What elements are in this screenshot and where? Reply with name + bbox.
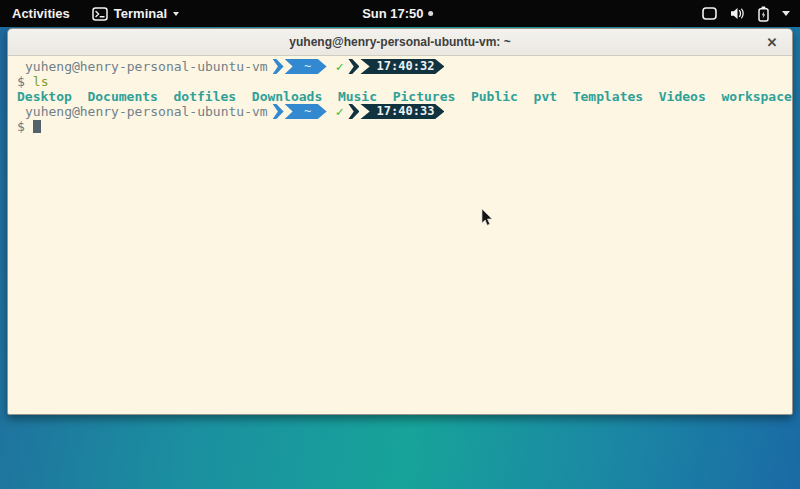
clock-label: Sun 17:50 bbox=[362, 6, 423, 21]
terminal-content[interactable]: yuheng@henry-personal-ubuntu-vm ~ ✓ 17:4… bbox=[8, 56, 792, 415]
close-icon: ✕ bbox=[767, 35, 778, 50]
app-menu-terminal[interactable]: Terminal bbox=[82, 0, 189, 27]
prompt-time-segment: 17:40:33 bbox=[360, 104, 444, 119]
system-menu-chevron-icon bbox=[782, 11, 790, 16]
close-button[interactable]: ✕ bbox=[762, 29, 782, 56]
powerline-chevron-icon bbox=[273, 104, 284, 119]
prompt-dir-segment: ~ bbox=[285, 104, 327, 119]
screen-icon bbox=[702, 7, 717, 20]
terminal-cursor bbox=[33, 120, 41, 133]
volume-icon bbox=[730, 7, 745, 20]
clock-button[interactable]: Sun 17:50 bbox=[362, 0, 433, 27]
prompt-dir-segment: ~ bbox=[285, 59, 327, 74]
chevron-down-icon bbox=[173, 12, 179, 16]
app-menu-label: Terminal bbox=[114, 6, 167, 21]
prompt-time-segment: 17:40:32 bbox=[360, 59, 444, 74]
window-titlebar[interactable]: yuheng@henry-personal-ubuntu-vm: ~ ✕ bbox=[8, 29, 792, 56]
powerline-segments: ~ ✓ 17:40:33 bbox=[273, 104, 445, 119]
shell-prompt-symbol: $ bbox=[17, 74, 25, 89]
top-panel: Activities Terminal Sun 17:50 bbox=[0, 0, 800, 27]
powerline-chevron-dark-icon bbox=[348, 59, 359, 74]
activities-label: Activities bbox=[12, 6, 70, 21]
status-check-icon: ✓ bbox=[336, 104, 344, 119]
panel-left: Activities Terminal bbox=[0, 0, 189, 27]
command-line: $ ls bbox=[8, 74, 792, 89]
powerline-chevron-icon bbox=[273, 59, 284, 74]
activities-button[interactable]: Activities bbox=[0, 0, 82, 27]
powerline-chevron-dark-icon bbox=[348, 104, 359, 119]
prompt-username: yuheng@henry-personal-ubuntu-vm bbox=[25, 104, 268, 119]
typed-command: ls bbox=[33, 74, 49, 89]
terminal-window: yuheng@henry-personal-ubuntu-vm: ~ ✕ yuh… bbox=[7, 28, 793, 415]
prompt-line-1: yuheng@henry-personal-ubuntu-vm ~ ✓ 17:4… bbox=[8, 59, 792, 74]
notification-dot bbox=[429, 11, 434, 16]
input-line: $ bbox=[8, 119, 792, 134]
terminal-app-icon bbox=[92, 7, 108, 21]
system-status-area[interactable] bbox=[702, 0, 794, 27]
battery-charging-icon bbox=[758, 6, 769, 22]
window-title: yuheng@henry-personal-ubuntu-vm: ~ bbox=[289, 35, 510, 49]
status-check-icon: ✓ bbox=[336, 59, 344, 74]
prompt-line-2: yuheng@henry-personal-ubuntu-vm ~ ✓ 17:4… bbox=[8, 104, 792, 119]
shell-prompt-symbol: $ bbox=[17, 119, 25, 134]
prompt-username: yuheng@henry-personal-ubuntu-vm bbox=[25, 59, 268, 74]
powerline-segments: ~ ✓ 17:40:32 bbox=[273, 59, 445, 74]
directory-listing: Desktop Documents dotfiles Downloads Mus… bbox=[8, 89, 792, 104]
